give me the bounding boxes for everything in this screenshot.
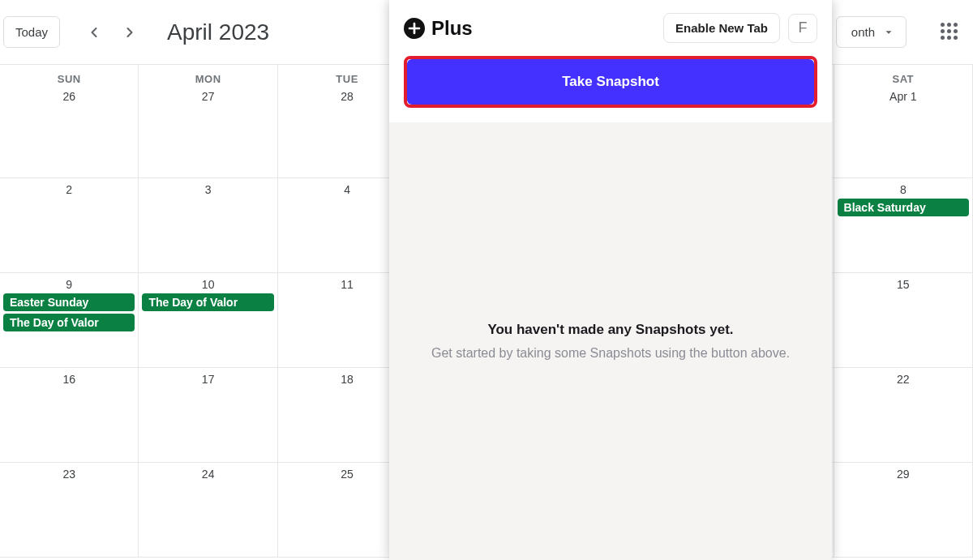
date-number: 16 (0, 368, 138, 386)
date-number: 26 (62, 85, 75, 103)
date-number: 8 (834, 178, 972, 196)
day-header: SUN (58, 65, 81, 85)
day-header: TUE (336, 65, 358, 85)
empty-state-subtitle: Get started by taking some Snapshots usi… (431, 346, 790, 361)
take-snapshot-button[interactable]: Take Snapshot (407, 59, 814, 105)
date-number: 15 (834, 273, 972, 291)
plus-logo-text: Plus (431, 17, 473, 40)
calendar-cell[interactable]: 29 (834, 463, 973, 558)
next-month-button[interactable] (122, 24, 138, 41)
day-header: MON (195, 65, 221, 85)
calendar-event[interactable]: The Day of Valor (3, 314, 135, 331)
date-number: 17 (139, 368, 276, 386)
calendar-cell[interactable]: SATApr 1 (834, 65, 973, 178)
date-number: 3 (139, 178, 276, 196)
caret-down-icon (883, 27, 894, 38)
calendar-cell[interactable]: 22 (834, 368, 973, 463)
date-number: 22 (834, 368, 972, 386)
calendar-cell[interactable]: 10The Day of Valor (139, 273, 277, 368)
chevron-left-icon (86, 24, 102, 41)
plus-logo-icon (404, 18, 425, 39)
calendar-event[interactable]: The Day of Valor (142, 293, 273, 311)
user-avatar[interactable]: F (788, 14, 817, 43)
date-number: 27 (202, 85, 215, 103)
date-number: 28 (341, 85, 354, 103)
calendar-cell[interactable]: 8Black Saturday (834, 178, 973, 273)
plus-extension-panel: Plus Enable New Tab F Take Snapshot You … (389, 0, 832, 560)
month-title: April 2023 (167, 19, 269, 45)
calendar-cell[interactable]: SUN26 (0, 65, 139, 178)
plus-panel-header: Plus Enable New Tab F Take Snapshot (389, 0, 832, 122)
enable-new-tab-button[interactable]: Enable New Tab (663, 13, 780, 43)
plus-logo: Plus (404, 17, 473, 40)
calendar-cell[interactable]: 23 (0, 463, 139, 558)
calendar-cell[interactable]: 17 (139, 368, 277, 463)
date-number: 24 (139, 463, 276, 481)
date-number: Apr 1 (889, 85, 916, 103)
date-number: 29 (834, 463, 972, 481)
calendar-cell[interactable]: 16 (0, 368, 139, 463)
month-nav (86, 24, 138, 41)
view-selector-label: onth (851, 25, 875, 39)
date-number: 10 (139, 273, 276, 291)
date-number: 9 (0, 273, 138, 291)
date-number: 23 (0, 463, 138, 481)
take-snapshot-highlight: Take Snapshot (404, 56, 817, 108)
calendar-cell[interactable]: 15 (834, 273, 973, 368)
chevron-right-icon (122, 24, 138, 41)
calendar-cell[interactable]: 2 (0, 178, 139, 273)
calendar-cell[interactable]: 3 (139, 178, 277, 273)
calendar-event[interactable]: Easter Sunday (3, 293, 135, 311)
prev-month-button[interactable] (86, 24, 102, 41)
day-header: SAT (893, 65, 915, 85)
calendar-cell[interactable]: MON27 (139, 65, 277, 178)
plus-empty-state: You haven't made any Snapshots yet. Get … (389, 122, 832, 560)
date-number: 2 (0, 178, 138, 196)
today-button[interactable]: Today (3, 16, 60, 48)
empty-state-title: You haven't made any Snapshots yet. (487, 322, 733, 338)
apps-grid-icon[interactable] (941, 23, 960, 42)
calendar-cell[interactable]: 24 (139, 463, 277, 558)
view-selector[interactable]: onth (836, 16, 907, 48)
calendar-event[interactable]: Black Saturday (838, 199, 969, 216)
calendar-cell[interactable]: 9Easter SundayThe Day of Valor (0, 273, 139, 368)
